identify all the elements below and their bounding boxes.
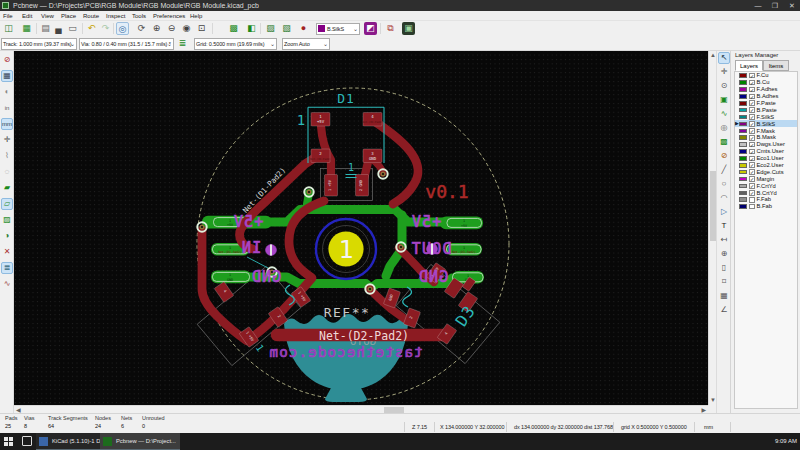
- restore-button[interactable]: ❐: [767, 0, 783, 11]
- grid-visibility-icon[interactable]: ▦: [1, 70, 13, 82]
- layer-visibility-checkbox[interactable]: ✓: [749, 107, 755, 113]
- layer-visibility-checkbox[interactable]: ✓: [749, 121, 755, 127]
- page-settings-icon[interactable]: ▤: [39, 22, 52, 35]
- add-line-icon[interactable]: ╱: [718, 164, 730, 176]
- footprint-browser-icon[interactable]: ◧: [245, 22, 258, 35]
- layer-color-swatch[interactable]: [739, 204, 747, 209]
- layer-row-b-fab[interactable]: B.Fab: [735, 203, 797, 210]
- layer-visibility-checkbox[interactable]: ✓: [749, 80, 755, 86]
- pcb-canvas[interactable]: 1 +5V 1 1 GND 1 +5V 1 1 GND Net-(D1-Pad2…: [14, 51, 708, 405]
- zoom-fit-icon[interactable]: ◉: [180, 22, 193, 35]
- menu-inspect[interactable]: Inspect: [106, 11, 125, 21]
- drill-origin-icon[interactable]: ⌑: [718, 276, 730, 288]
- layer-manager-toggle-icon[interactable]: ◩: [364, 22, 377, 35]
- local-ratsnest-icon[interactable]: ⊙: [718, 80, 730, 92]
- layer-color-swatch[interactable]: [739, 170, 747, 175]
- board-setup-icon[interactable]: ▦: [20, 22, 33, 35]
- layer-visibility-checkbox[interactable]: ✓: [749, 135, 755, 141]
- layer-color-swatch[interactable]: [739, 115, 747, 120]
- menu-preferences[interactable]: Preferences: [153, 11, 185, 21]
- zone-filled-icon[interactable]: ▰: [1, 182, 13, 194]
- add-target-icon[interactable]: ⊕: [718, 248, 730, 260]
- local-ratsnest-icon[interactable]: ◌: [1, 166, 13, 178]
- layer-row-edge-cuts[interactable]: ✓Edge.Cuts: [735, 168, 797, 175]
- layer-visibility-checkbox[interactable]: ✓: [749, 149, 755, 155]
- minimize-button[interactable]: —: [750, 0, 766, 11]
- vertical-scrollbar[interactable]: ▲ ▼: [708, 51, 716, 405]
- task-view-icon[interactable]: [22, 436, 32, 446]
- units-mm-icon[interactable]: mm: [1, 118, 13, 130]
- menu-edit[interactable]: Edit: [22, 11, 32, 21]
- add-zone-icon[interactable]: ▩: [718, 136, 730, 148]
- layer-row-b-silks[interactable]: ▶✓B.SilkS: [735, 120, 797, 127]
- layer-row-b-adhes[interactable]: ✓B.Adhes: [735, 93, 797, 100]
- add-circle-icon[interactable]: ○: [718, 178, 730, 190]
- ratsnest-icon[interactable]: ⌇: [1, 150, 13, 162]
- layer-row-b-crtyd[interactable]: ✓B.CrtYd: [735, 189, 797, 196]
- horizontal-scrollbar[interactable]: ◀ ▶: [14, 405, 708, 413]
- add-keepout-icon[interactable]: ⊘: [718, 150, 730, 162]
- add-dimension-icon[interactable]: ↤: [718, 234, 730, 246]
- layer-visibility-checkbox[interactable]: ✓: [749, 128, 755, 134]
- route-differential-icon[interactable]: ⧉: [384, 22, 397, 35]
- layer-color-swatch[interactable]: [739, 163, 747, 168]
- polar-coords-icon[interactable]: ◐: [1, 86, 13, 98]
- layer-color-swatch[interactable]: [739, 94, 747, 99]
- layer-visibility-checkbox[interactable]: ✓: [749, 142, 755, 148]
- layer-row-cmts-user[interactable]: ✓Cmts.User: [735, 148, 797, 155]
- import-netlist-icon[interactable]: ▧: [280, 22, 293, 35]
- layer-visibility-checkbox[interactable]: ✓: [749, 183, 755, 189]
- add-text-icon[interactable]: T: [718, 220, 730, 232]
- layer-row-eco2-user[interactable]: ✓Eco2.User: [735, 162, 797, 169]
- layer-color-swatch[interactable]: [739, 149, 747, 154]
- layer-selector[interactable]: B.SilkS ⌄: [316, 23, 360, 35]
- select-tool-icon[interactable]: ↖: [718, 52, 730, 64]
- close-button[interactable]: ✕: [784, 0, 800, 11]
- layer-visibility-checkbox[interactable]: ✓: [749, 100, 755, 106]
- update-pcb-icon[interactable]: ▨: [264, 22, 277, 35]
- plot-icon[interactable]: ▭: [66, 22, 79, 35]
- menu-place[interactable]: Place: [61, 11, 76, 21]
- layer-row-f-fab[interactable]: F.Fab: [735, 196, 797, 203]
- cursor-shape-icon[interactable]: ✛: [1, 134, 13, 146]
- layer-color-swatch[interactable]: [739, 87, 747, 92]
- layer-visibility-checkbox[interactable]: ✓: [749, 73, 755, 79]
- layer-row-f-mask[interactable]: ✓F.Mask: [735, 127, 797, 134]
- tab-items[interactable]: Items: [763, 60, 789, 71]
- layer-color-swatch[interactable]: [739, 197, 747, 202]
- layer-row-f-paste[interactable]: ✓F.Paste: [735, 100, 797, 107]
- layer-visibility-checkbox[interactable]: [749, 197, 755, 203]
- layer-visibility-checkbox[interactable]: ✓: [749, 114, 755, 120]
- print-icon[interactable]: ▄: [52, 22, 65, 35]
- layer-color-swatch[interactable]: [739, 184, 747, 189]
- footprint-editor-icon[interactable]: ▩: [227, 22, 240, 35]
- add-footprint-icon[interactable]: ▣: [718, 94, 730, 106]
- units-inch-icon[interactable]: in: [1, 102, 13, 114]
- drc-off-icon[interactable]: ⊘: [1, 54, 13, 66]
- layer-row-f-adhes[interactable]: ✓F.Adhes: [735, 86, 797, 93]
- layer-row-f-silks[interactable]: ✓F.SilkS: [735, 113, 797, 120]
- auto-track-width-icon[interactable]: ≣: [176, 37, 189, 50]
- menu-tools[interactable]: Tools: [132, 11, 146, 21]
- layer-visibility-checkbox[interactable]: ✓: [749, 162, 755, 168]
- menu-view[interactable]: View: [41, 11, 54, 21]
- layer-color-swatch[interactable]: [739, 108, 747, 113]
- refresh-icon[interactable]: ⟳: [135, 22, 148, 35]
- layer-color-swatch[interactable]: [739, 73, 747, 78]
- layer-color-swatch[interactable]: [739, 135, 747, 140]
- layer-visibility-checkbox[interactable]: ✓: [749, 169, 755, 175]
- layer-color-swatch[interactable]: [739, 177, 747, 182]
- menu-help[interactable]: Help: [190, 11, 202, 21]
- save-board-icon[interactable]: ◫: [2, 22, 15, 35]
- layers-manager-toggle-icon[interactable]: ≣: [1, 262, 13, 274]
- layer-color-swatch[interactable]: [739, 142, 747, 147]
- zoom-out-icon[interactable]: ⊖: [165, 22, 178, 35]
- track-drag-icon[interactable]: ✕: [1, 246, 13, 258]
- high-contrast-icon[interactable]: ◑: [1, 230, 13, 242]
- via-size-select[interactable]: Via: 0.80 / 0.40 mm (31.5 / 15.7 mils) *…: [79, 38, 174, 50]
- add-via-icon[interactable]: ◎: [718, 122, 730, 134]
- layer-visibility-checkbox[interactable]: ✓: [749, 94, 755, 100]
- add-polygon-icon[interactable]: ▷: [718, 206, 730, 218]
- layer-color-swatch[interactable]: [739, 122, 747, 127]
- menu-route[interactable]: Route: [83, 11, 99, 21]
